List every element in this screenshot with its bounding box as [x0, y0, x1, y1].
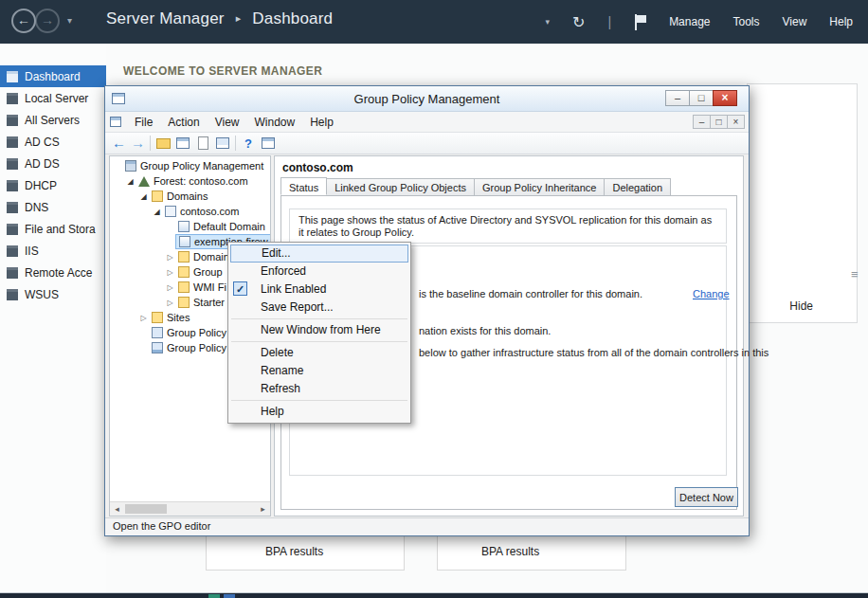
- tree-horizontal-scrollbar[interactable]: ◂ ▸: [110, 501, 270, 516]
- tree-expander-icon[interactable]: ◢: [138, 192, 149, 201]
- tree-item-forest-contoso-com[interactable]: ◢Forest: contoso.com: [110, 173, 270, 189]
- context-menu-save-report[interactable]: Save Report...: [230, 299, 408, 317]
- gpm-titlebar[interactable]: Group Policy Management – □ ×: [105, 86, 749, 112]
- child-minimize-button[interactable]: –: [693, 115, 711, 129]
- sidebar-item-label: Dashboard: [25, 70, 81, 83]
- tree-expander-icon[interactable]: ▷: [165, 253, 175, 262]
- scroll-right-arrow-icon[interactable]: ▸: [256, 502, 270, 516]
- bpa-results-tile-right: BPA results: [437, 535, 626, 571]
- gpm-menu-view[interactable]: View: [208, 114, 247, 131]
- tab-delegation[interactable]: Delegation: [604, 178, 671, 196]
- up-one-level-icon[interactable]: [155, 136, 171, 151]
- minimize-button[interactable]: –: [665, 90, 690, 106]
- tree-item-default-domain[interactable]: Default Domain: [110, 219, 270, 234]
- topbar-menu-view[interactable]: View: [783, 15, 807, 28]
- context-menu-label: Help: [261, 405, 284, 418]
- sidebar-item-file-and-stora[interactable]: File and Stora: [0, 218, 106, 240]
- tree-item-domains[interactable]: ◢Domains: [110, 189, 270, 204]
- menu-separator: [231, 341, 407, 342]
- context-menu-label: Link Enabled: [261, 282, 326, 296]
- show-console-tree-icon[interactable]: [175, 136, 190, 151]
- sidebar-item-dns[interactable]: DNS: [0, 196, 106, 218]
- tree-item-group-policy-management[interactable]: Group Policy Management: [110, 158, 270, 173]
- events-tile: Hide: [747, 83, 858, 323]
- sidebar-item-local-server[interactable]: Local Server: [0, 87, 106, 109]
- properties-icon[interactable]: [261, 136, 276, 151]
- sidebar-item-all-servers[interactable]: All Servers: [0, 109, 106, 131]
- child-restore-button[interactable]: □: [710, 115, 728, 129]
- child-close-button[interactable]: ×: [727, 115, 745, 129]
- taskbar[interactable]: [0, 592, 868, 598]
- taskbar-app-icon[interactable]: [208, 594, 220, 598]
- detect-now-button[interactable]: Detect Now: [675, 487, 738, 507]
- forward-icon[interactable]: →: [131, 136, 145, 151]
- gpm-menu-action[interactable]: Action: [160, 114, 207, 131]
- back-button[interactable]: ←: [11, 9, 36, 33]
- tab-status[interactable]: Status: [280, 177, 327, 195]
- sidebar-item-dashboard[interactable]: Dashboard: [0, 65, 106, 87]
- context-menu-edit[interactable]: Edit...: [230, 245, 408, 263]
- tree-expander-icon[interactable]: ▷: [165, 268, 175, 277]
- folder-icon: [178, 266, 190, 278]
- topbar-menu-tools[interactable]: Tools: [733, 15, 760, 28]
- sidebar-item-iis[interactable]: IIS: [0, 240, 106, 262]
- tree-expander-icon[interactable]: ▷: [165, 299, 175, 307]
- sidebar-item-dhcp[interactable]: DHCP: [0, 174, 106, 196]
- context-menu-enforced[interactable]: Enforced: [230, 263, 408, 281]
- tree-item-label: contoso.com: [180, 206, 239, 217]
- sidebar-item-wsus[interactable]: WSUS: [0, 283, 106, 305]
- gpm-menu-help[interactable]: Help: [302, 114, 341, 131]
- maximize-button[interactable]: □: [689, 90, 714, 106]
- refresh-dropdown-caret-icon[interactable]: ▾: [546, 17, 551, 27]
- topbar-right: ▾ ↻ | ManageToolsViewHelp: [546, 0, 853, 44]
- scroll-gripper-icon[interactable]: ≡: [851, 267, 859, 281]
- close-button[interactable]: ×: [713, 90, 737, 106]
- context-menu-delete[interactable]: Delete: [230, 344, 408, 362]
- context-menu-rename[interactable]: Rename: [230, 362, 408, 380]
- sidebar-item-label: WSUS: [25, 288, 59, 301]
- help-icon[interactable]: ?: [241, 136, 256, 151]
- ad-ds-icon: [7, 158, 18, 170]
- change-link[interactable]: Change: [693, 288, 730, 299]
- topbar-menu-manage[interactable]: Manage: [669, 15, 710, 28]
- scroll-left-arrow-icon[interactable]: ◂: [110, 502, 124, 516]
- sidebar-item-label: All Servers: [25, 114, 80, 127]
- gpm-menu-file[interactable]: File: [127, 114, 160, 131]
- sidebar-item-label: File and Stora: [25, 223, 96, 236]
- tab-linked-group-policy-objects[interactable]: Linked Group Policy Objects: [326, 178, 475, 196]
- gpm-menu-window[interactable]: Window: [247, 114, 303, 131]
- export-list-icon[interactable]: [195, 136, 210, 151]
- nav-dropdown-caret-icon[interactable]: ▾: [67, 15, 72, 26]
- forward-arrow-icon: →: [41, 12, 54, 27]
- domain-icon: [165, 206, 176, 217]
- scrollbar-thumb[interactable]: [125, 504, 167, 514]
- context-menu-link-enabled[interactable]: ✓Link Enabled: [230, 281, 408, 299]
- taskbar-app-icon[interactable]: [224, 594, 235, 598]
- local-server-icon: [7, 93, 18, 104]
- bpa-results-tile-left: BPA results: [206, 535, 405, 571]
- context-menu-new-window-from-here[interactable]: New Window from Here: [230, 321, 408, 339]
- topbar-menu-help[interactable]: Help: [829, 15, 853, 28]
- context-menu-help[interactable]: Help: [230, 403, 408, 421]
- sidebar-item-ad-ds[interactable]: AD DS: [0, 153, 106, 174]
- tree-expander-icon[interactable]: ▷: [138, 314, 149, 322]
- gpm-window: Group Policy Management – □ × FileAction…: [104, 85, 750, 536]
- new-window-icon[interactable]: [215, 136, 230, 151]
- tree-expander-icon[interactable]: ▷: [165, 283, 175, 292]
- notifications-flag-icon[interactable]: [634, 14, 646, 30]
- tab-group-policy-inheritance[interactable]: Group Policy Inheritance: [474, 178, 605, 196]
- tree-expander-icon[interactable]: ◢: [125, 177, 136, 186]
- tree-expander-icon[interactable]: ◢: [152, 208, 162, 216]
- back-icon[interactable]: ←: [112, 136, 126, 151]
- ad-cs-icon: [7, 136, 18, 148]
- file-and-storage-icon: [7, 224, 18, 235]
- forward-button[interactable]: →: [35, 9, 60, 33]
- sidebar-item-remote-acce[interactable]: Remote Acce: [0, 262, 106, 283]
- context-menu-refresh[interactable]: Refresh: [230, 380, 408, 398]
- refresh-icon[interactable]: ↻: [572, 13, 585, 31]
- menu-separator: [231, 318, 407, 319]
- tree-item-contoso-com[interactable]: ◢contoso.com: [110, 204, 270, 219]
- sidebar-item-ad-cs[interactable]: AD CS: [0, 131, 106, 153]
- window-buttons: – □ ×: [666, 90, 737, 106]
- hide-link[interactable]: Hide: [789, 299, 813, 313]
